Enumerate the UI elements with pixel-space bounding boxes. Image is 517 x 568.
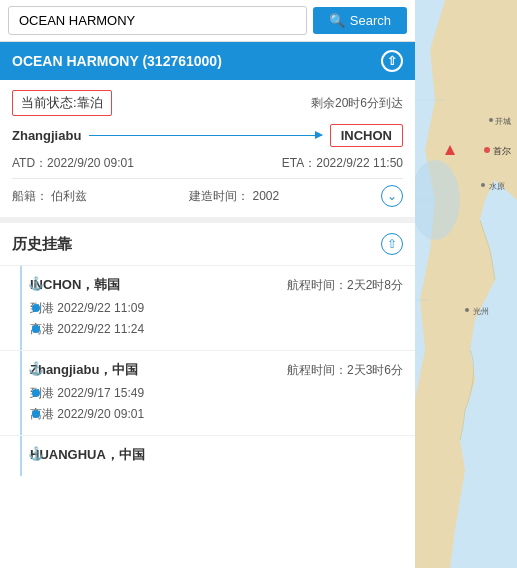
chevron-down-icon: ⌄ <box>387 189 397 203</box>
vessel-header-expand[interactable]: ⇧ <box>381 50 403 72</box>
history-expand[interactable]: ⇧ <box>381 233 403 255</box>
build-year: 建造时间： 2002 <box>189 188 279 205</box>
chevron-up-icon2: ⇧ <box>387 237 397 251</box>
dot-arrival-zhangjiabu <box>32 389 40 397</box>
svg-text:首尔: 首尔 <box>493 146 511 156</box>
search-button-label: Search <box>350 13 391 28</box>
atd-label: ATD：2022/9/20 09:01 <box>12 155 134 172</box>
search-button[interactable]: 🔍 Search <box>313 7 407 34</box>
atd-eta-row: ATD：2022/9/20 09:01 ETA：2022/9/22 11:50 <box>12 155 403 172</box>
vessel-header: OCEAN HARMONY (312761000) ⇧ <box>0 42 415 80</box>
route-arrow <box>89 135 321 136</box>
left-panel: 🔍 Search OCEAN HARMONY (312761000) ⇧ 当前状… <box>0 0 415 568</box>
search-input[interactable] <box>8 6 307 35</box>
departure-zhangjiabu: 离港 2022/9/20 09:01 <box>16 406 403 423</box>
status-label: 当前状态:靠泊 <box>21 95 103 110</box>
svg-point-2 <box>484 147 490 153</box>
departure-inchon: 离港 2022/9/22 11:24 <box>16 321 403 338</box>
port-name-row-zhangjiabu: Zhangjiabu，中国 航程时间：2天3时6分 <box>16 361 403 379</box>
search-bar: 🔍 Search <box>0 0 415 42</box>
history-header: 历史挂靠 ⇧ <box>0 223 415 266</box>
eta-label: ETA：2022/9/22 11:50 <box>282 155 403 172</box>
destination-box: INCHON <box>330 124 403 147</box>
port-entry-zhangjiabu: ⚓ Zhangjiabu，中国 航程时间：2天3时6分 到港 2022/9/17… <box>0 351 415 436</box>
origin-label: Zhangjiabu <box>12 128 81 143</box>
map-svg: 首尔 水原 光州 开城 <box>415 0 517 568</box>
anchor-icon-2: ⚓ <box>28 361 44 376</box>
voyage-time-inchon: 航程时间：2天2时8分 <box>287 277 403 294</box>
extra-info-expand[interactable]: ⌄ <box>381 185 403 207</box>
arrival-inchon: 到港 2022/9/22 11:09 <box>16 300 403 317</box>
status-box: 当前状态:靠泊 <box>12 90 112 116</box>
voyage-time-zhangjiabu: 航程时间：2天3时6分 <box>287 362 403 379</box>
vessel-header-title: OCEAN HARMONY (312761000) <box>12 53 222 69</box>
arrival-zhangjiabu: 到港 2022/9/17 15:49 <box>16 385 403 402</box>
dot-departure-inchon <box>32 325 40 333</box>
svg-text:光州: 光州 <box>473 307 489 316</box>
anchor-icon-1: ⚓ <box>28 276 44 291</box>
divider <box>12 178 403 179</box>
svg-point-4 <box>481 183 485 187</box>
svg-point-8 <box>489 118 493 122</box>
search-icon: 🔍 <box>329 13 345 28</box>
history-title: 历史挂靠 <box>12 235 72 254</box>
eta-remaining: 剩余20时6分到达 <box>311 95 403 112</box>
svg-text:水原: 水原 <box>489 182 505 191</box>
port-name-row-huanghua: HUANGHUA，中国 <box>16 446 403 464</box>
map-area: 首尔 水原 光州 开城 <box>415 0 517 568</box>
status-row: 当前状态:靠泊 剩余20时6分到达 <box>12 90 403 116</box>
chevron-up-icon: ⇧ <box>387 54 397 68</box>
anchor-icon-3: ⚓ <box>28 446 44 461</box>
route-row: Zhangjiabu INCHON <box>12 124 403 147</box>
dot-arrival-inchon <box>32 304 40 312</box>
port-entry-inchon: ⚓ INCHON，韩国 航程时间：2天2时8分 到港 2022/9/22 11:… <box>0 266 415 351</box>
vessel-info-section: 当前状态:靠泊 剩余20时6分到达 Zhangjiabu INCHON ATD：… <box>0 80 415 223</box>
history-section: 历史挂靠 ⇧ ⚓ INCHON，韩国 航程时间：2天2时8分 到港 2022/9… <box>0 223 415 568</box>
dot-departure-zhangjiabu <box>32 410 40 418</box>
svg-text:开城: 开城 <box>495 117 511 126</box>
svg-point-6 <box>465 308 469 312</box>
port-name-huanghua: HUANGHUA，中国 <box>30 446 145 464</box>
extra-info-row: 船籍： 伯利兹 建造时间： 2002 ⌄ <box>12 185 403 207</box>
ship-type: 船籍： 伯利兹 <box>12 188 87 205</box>
port-name-zhangjiabu: Zhangjiabu，中国 <box>30 361 138 379</box>
port-name-row-inchon: INCHON，韩国 航程时间：2天2时8分 <box>16 276 403 294</box>
port-entry-huanghua: ⚓ HUANGHUA，中国 <box>0 436 415 476</box>
destination-label: INCHON <box>341 128 392 143</box>
